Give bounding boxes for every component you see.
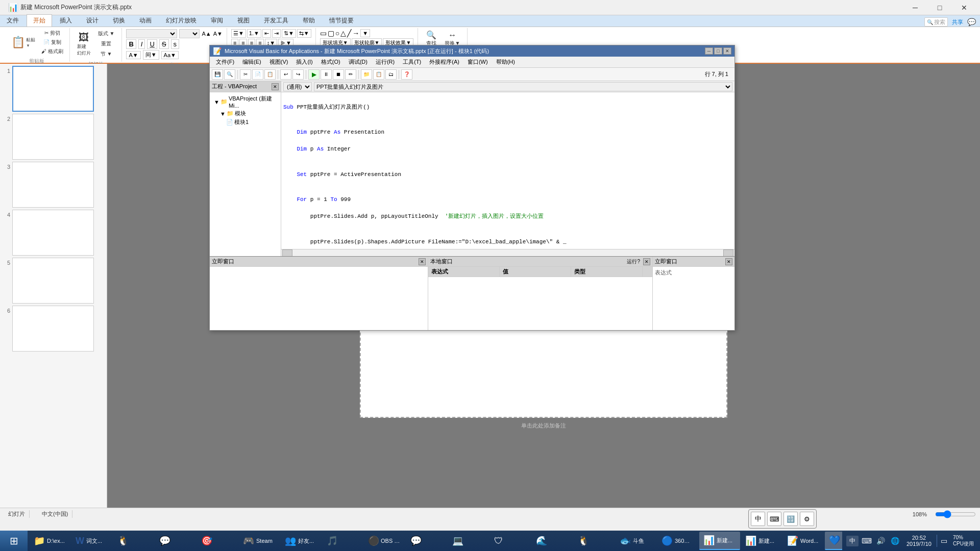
slide-item-2[interactable]: 2 xyxy=(2,114,105,160)
taskbar-word[interactable]: W 词文... xyxy=(71,532,112,550)
tray-network-icon[interactable]: 🌐 xyxy=(889,535,901,547)
taskbar-wechat[interactable]: 💬 xyxy=(406,532,447,550)
taskbar-ppt2[interactable]: 📊 新建... xyxy=(741,532,782,550)
vba-search-btn[interactable]: 🔍 xyxy=(224,69,235,80)
paste-button[interactable]: 📋 粘贴 ▼ xyxy=(8,35,38,50)
tree-module1[interactable]: 📄 模块1 xyxy=(224,118,279,127)
taskbar-app5[interactable]: 🎯 xyxy=(197,532,238,550)
slide-thumb-4[interactable] xyxy=(12,210,94,256)
vba-menu-run[interactable]: 运行(R) xyxy=(372,57,399,67)
tray-keyboard-icon[interactable]: ⌨ xyxy=(861,535,873,547)
watch-close-button[interactable]: ✕ xyxy=(643,258,650,265)
cut-button[interactable]: ✂ 剪切 xyxy=(39,29,65,37)
new-slide-button[interactable]: 🖼 新建幻灯片 xyxy=(74,31,94,58)
tab-slideshow[interactable]: 幻灯片放映 xyxy=(159,14,203,27)
slide-thumb-1[interactable] xyxy=(12,66,94,112)
taskbar-douyu[interactable]: 🐟 斗鱼 xyxy=(616,532,656,550)
shape-arrow[interactable]: → xyxy=(352,29,359,37)
case-button[interactable]: Aa▼ xyxy=(161,51,179,59)
code-object-select[interactable]: (通用) xyxy=(283,82,312,91)
maximize-button[interactable]: □ xyxy=(928,0,951,15)
tab-dev[interactable]: 开发工具 xyxy=(257,14,295,27)
strikethrough-button[interactable]: S xyxy=(159,39,169,49)
vba-copy-btn[interactable]: 📄 xyxy=(252,69,263,80)
code-proc-select[interactable]: PPT批量插入幻灯片及图片 xyxy=(314,82,732,91)
indent-inc-button[interactable]: ⇥ xyxy=(272,29,281,38)
taskbar-steam[interactable]: 🎮 Steam xyxy=(239,532,280,550)
taskbar-360[interactable]: 🔵 360安... xyxy=(657,532,698,550)
font-size-increase[interactable]: A▲ xyxy=(202,31,211,37)
taskbar-explorer[interactable]: 📁 D:\ex... xyxy=(30,532,70,550)
copy-button[interactable]: 📄 复制 xyxy=(39,38,65,46)
close-button[interactable]: ✕ xyxy=(952,0,976,15)
font-size-select[interactable] xyxy=(179,29,200,38)
shadow-button[interactable]: s xyxy=(171,39,180,49)
slide-item-3[interactable]: 3 xyxy=(2,162,105,208)
section-button[interactable]: 节 ▼ xyxy=(95,49,118,59)
vba-minimize-button[interactable]: ─ xyxy=(705,47,713,55)
taskbar-app10[interactable]: 💻 xyxy=(448,532,489,550)
vba-menu-tools[interactable]: 工具(T) xyxy=(399,57,425,67)
vba-menu-help[interactable]: 帮助(H) xyxy=(492,57,519,67)
vba-help-btn[interactable]: ❓ xyxy=(401,69,412,80)
taskbar-steam-friends[interactable]: 👥 好友... xyxy=(281,532,322,550)
slide-thumb-2[interactable] xyxy=(12,114,94,160)
zoom-slider[interactable] xyxy=(935,510,976,518)
taskbar-word2[interactable]: 📝 Word... xyxy=(783,532,824,550)
vba-immediate-content[interactable] xyxy=(210,267,428,330)
taskbar-obs-cam[interactable]: 🎵 xyxy=(323,532,363,550)
text-direction-button[interactable]: ⇅▼ xyxy=(282,29,296,38)
minimize-button[interactable]: ─ xyxy=(903,0,927,15)
ime-fullwidth-btn[interactable]: 🔡 xyxy=(783,512,798,526)
slide-thumb-3[interactable] xyxy=(12,162,94,208)
vba-run-btn[interactable]: ▶ xyxy=(308,69,320,80)
tree-modules[interactable]: ▼ 📁 模块 xyxy=(218,109,279,118)
ime-settings-btn[interactable]: ⚙ xyxy=(800,512,814,526)
vba-menu-format[interactable]: 格式(O) xyxy=(317,57,345,67)
vba-redo-btn[interactable]: ↪ xyxy=(292,69,304,80)
tray-show-desktop-btn[interactable]: ▭ xyxy=(937,535,949,547)
tab-animation[interactable]: 动画 xyxy=(133,14,158,27)
vba-code-scrollbar[interactable] xyxy=(281,249,734,256)
immediate-close-button[interactable]: ✕ xyxy=(419,258,426,265)
vba-close-button[interactable]: ✕ xyxy=(723,47,731,55)
vba-restore-button[interactable]: □ xyxy=(714,47,722,55)
comment-icon[interactable]: 💬 xyxy=(967,18,976,26)
shape-triangle[interactable]: △ xyxy=(340,29,346,37)
font-size-decrease[interactable]: A▼ xyxy=(213,31,223,37)
bold-button[interactable]: B xyxy=(126,39,136,49)
tree-vbaproject[interactable]: ▼ 📁 VBAProject (新建 Mi... xyxy=(212,94,279,109)
slide-item-5[interactable]: 5 xyxy=(2,258,105,304)
tab-transition[interactable]: 切换 xyxy=(106,14,132,27)
shape-rect[interactable]: ▭ xyxy=(320,29,327,37)
expr-close-button[interactable]: ✕ xyxy=(725,258,732,265)
format-painter-button[interactable]: 🖌 格式刷 xyxy=(39,47,65,56)
slide-item-1[interactable]: 1 xyxy=(2,66,105,112)
vba-menu-window[interactable]: 窗口(W) xyxy=(463,57,492,67)
taskbar-shield[interactable]: 🛡 xyxy=(490,532,531,550)
vba-cut-btn[interactable]: ✂ xyxy=(240,69,251,80)
shape-roundrect[interactable]: ▢ xyxy=(328,29,334,37)
vba-prop-btn[interactable]: 📋 xyxy=(373,69,384,80)
slide-item-6[interactable]: 6 xyxy=(2,306,105,352)
slide-thumb-5[interactable] xyxy=(12,258,94,304)
vba-proj-btn[interactable]: 📁 xyxy=(361,69,372,80)
start-button[interactable]: ⊞ xyxy=(0,531,28,551)
vba-code-editor[interactable]: Sub PPT批量插入幻灯片及图片() Dim pptPre As Presen… xyxy=(281,92,734,249)
vba-obj-btn[interactable]: 🗂 xyxy=(385,69,397,80)
vba-menu-edit[interactable]: 编辑(E) xyxy=(238,57,265,67)
vba-menu-insert[interactable]: 插入(I) xyxy=(292,57,316,67)
taskbar-obs[interactable]: ⚫ OBS S... xyxy=(364,532,405,550)
vba-menu-view[interactable]: 视图(V) xyxy=(265,57,292,67)
shape-line[interactable]: ╱ xyxy=(347,29,351,37)
vba-reset-btn[interactable]: ⏹ xyxy=(333,69,344,80)
italic-button[interactable]: I xyxy=(138,39,145,49)
vba-save-btn[interactable]: 💾 xyxy=(212,69,223,80)
tab-help[interactable]: 帮助 xyxy=(296,14,322,27)
vba-break-btn[interactable]: ⏸ xyxy=(321,69,332,80)
tab-insert[interactable]: 插入 xyxy=(53,14,79,27)
char-spacing-button[interactable]: 间▼ xyxy=(143,50,159,60)
vba-project-close-button[interactable]: ✕ xyxy=(272,83,279,90)
numbering-button[interactable]: 1.▼ xyxy=(247,29,261,38)
shape-oval[interactable]: ○ xyxy=(335,29,339,37)
